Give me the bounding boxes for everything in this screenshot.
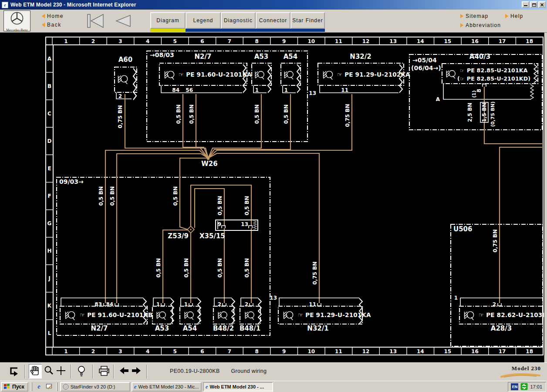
page-nav-arrows bbox=[85, 12, 138, 30]
sitemap-arrow-icon bbox=[460, 14, 463, 18]
svg-text:2,5 BN: 2,5 BN bbox=[467, 103, 473, 122]
svg-text:0,75 BN: 0,75 BN bbox=[117, 105, 123, 128]
component-label: N2/7 bbox=[195, 53, 212, 61]
component-n27-top[interactable]: N2/7 ☞ PE 91.60-U-2101KA 84 56 bbox=[159, 53, 252, 93]
quicklaunch-ie[interactable]: e bbox=[35, 382, 44, 391]
taskbar-item-starfinder[interactable]: StarFinder v3 20 (D:) bbox=[60, 382, 130, 392]
svg-text:15: 15 bbox=[444, 38, 452, 44]
wire-labels: 0,75 BN 0,5 BN 0,5 BN 0,5 BN 0,5 BN 0,75… bbox=[98, 101, 498, 285]
back-link[interactable]: Back bbox=[42, 22, 61, 28]
desktop-icon bbox=[46, 383, 53, 390]
zoom-tool-button[interactable] bbox=[44, 365, 54, 376]
grid-rulers: 1122334455667788991010111112121313141415… bbox=[46, 37, 543, 355]
svg-text:C: C bbox=[47, 111, 51, 117]
previous-page-button[interactable] bbox=[116, 15, 130, 27]
ground-icon bbox=[118, 75, 128, 84]
back-label: Back bbox=[47, 22, 61, 28]
component-n32-1[interactable]: 13 ☞ PE 91.29-U-2101KA N32/1 11 bbox=[270, 295, 371, 332]
svg-text:4: 4 bbox=[146, 348, 149, 355]
previous-diagram-button[interactable] bbox=[118, 365, 130, 376]
model-badge: Model 230 bbox=[500, 365, 541, 380]
svg-text:1,5 BN: 1,5 BN bbox=[481, 103, 487, 122]
sync-tray-icon[interactable] bbox=[520, 383, 528, 390]
ground-icon bbox=[185, 312, 193, 320]
header-toolbar: Mercedes-Benz Home Back Diagram Legend D… bbox=[0, 10, 547, 33]
first-page-button[interactable] bbox=[88, 14, 103, 27]
svg-text:0,5 BN: 0,5 BN bbox=[254, 105, 260, 124]
svg-text:15: 15 bbox=[444, 348, 452, 355]
separator bbox=[113, 365, 114, 378]
svg-text:0,5 BN: 0,5 BN bbox=[109, 186, 115, 206]
svg-text:0,5 BN: 0,5 BN bbox=[98, 186, 104, 206]
svg-text:16: 16 bbox=[471, 38, 479, 44]
document-code: PE00.19-U-2800KB bbox=[170, 368, 220, 374]
language-indicator[interactable]: EN bbox=[511, 383, 518, 390]
component-a54-top: A54 1 bbox=[281, 53, 301, 93]
mercedes-logo: Mercedes-Benz bbox=[3, 10, 30, 31]
continuation-zigzag bbox=[399, 64, 402, 93]
continuation-zigzag bbox=[143, 298, 146, 324]
svg-text:G: G bbox=[47, 220, 52, 226]
connector-x35-15[interactable]: X35/15 9 13 bbox=[199, 220, 258, 240]
ie-icon: e bbox=[37, 383, 41, 390]
ground-icon bbox=[465, 311, 474, 320]
pin-number: 56 bbox=[186, 87, 193, 93]
pan-tool-button[interactable] bbox=[29, 364, 42, 378]
close-button[interactable]: × bbox=[538, 1, 546, 8]
taskbar-item-webetm-2-active[interactable]: e Web ETM Model 230 - ... bbox=[203, 382, 273, 392]
crosshair-tool-button[interactable] bbox=[56, 365, 66, 376]
svg-text:10: 10 bbox=[307, 38, 315, 44]
pin-number: 2 bbox=[218, 301, 221, 308]
ground-icon bbox=[284, 311, 293, 320]
document-description: Ground wiring bbox=[231, 368, 267, 374]
abbreviation-link[interactable]: Abbreviation bbox=[460, 22, 501, 28]
pin-note: (1) bbox=[471, 91, 476, 98]
continuation-zigzag bbox=[243, 64, 246, 93]
start-label: Пуск bbox=[12, 384, 24, 390]
svg-text:10: 10 bbox=[307, 348, 315, 355]
next-diagram-button[interactable] bbox=[131, 365, 142, 376]
maximize-button[interactable] bbox=[530, 1, 537, 8]
component-n32-2[interactable]: N32/2 ☞ PE 91.29-U-2102KA 13 11 bbox=[309, 53, 410, 96]
component-label: A54 bbox=[183, 324, 197, 332]
svg-text:H: H bbox=[47, 248, 51, 254]
minimize-icon bbox=[524, 5, 527, 6]
start-button[interactable]: Пуск bbox=[1, 382, 28, 392]
taskbar-clock[interactable]: 17:01 bbox=[530, 384, 542, 389]
viewer-statusbar: PE00.19-U-2800KBGround wiring Model 230 bbox=[0, 362, 547, 381]
svg-text:18: 18 bbox=[526, 38, 533, 44]
splice-label: Z53/9 bbox=[168, 232, 189, 240]
tab-diagnostic[interactable]: Diagnostic bbox=[221, 12, 256, 29]
tab-diagram[interactable]: Diagram bbox=[150, 12, 186, 29]
sitemap-link[interactable]: Sitemap bbox=[460, 13, 488, 19]
minimize-button[interactable] bbox=[522, 1, 529, 8]
ground-icon bbox=[245, 312, 254, 320]
separator bbox=[71, 365, 71, 378]
taskbar-grip bbox=[31, 382, 32, 391]
svg-text:9: 9 bbox=[282, 348, 286, 355]
taskbar-item-webetm-1[interactable]: e Web ETM Model 230 - Mic... bbox=[132, 382, 202, 392]
component-a28-3[interactable]: 1 ☞ PE 82.62-U-2103KB A28/3 2 bbox=[454, 295, 547, 332]
tab-legend[interactable]: Legend bbox=[186, 12, 221, 29]
component-a40-3[interactable]: A40/3 ☞ PE 82.85-U-2101KA (☞ PE 82.85-U-… bbox=[436, 53, 538, 102]
tab-connector[interactable]: Connector bbox=[256, 12, 290, 29]
component-n27-bottom[interactable]: ☞ PE 91.60-U-2101KB N2/7 83 84 bbox=[60, 298, 153, 332]
continuation-zigzag bbox=[530, 84, 533, 99]
svg-text:14: 14 bbox=[417, 38, 424, 44]
continuation-zigzag bbox=[268, 64, 271, 93]
component-a60: A60 2 bbox=[115, 56, 137, 100]
home-link[interactable]: Home bbox=[42, 13, 64, 19]
pin-tick bbox=[250, 303, 253, 306]
svg-text:2: 2 bbox=[91, 38, 95, 44]
help-link[interactable]: Help bbox=[505, 13, 523, 19]
help-arrow-icon bbox=[505, 14, 508, 18]
pin-tick bbox=[161, 303, 165, 306]
tab-star-finder[interactable]: Star Finder bbox=[290, 12, 325, 29]
highlight-tool-button[interactable] bbox=[77, 365, 86, 377]
quicklaunch-desktop[interactable] bbox=[45, 382, 54, 391]
svg-text:0,75 BN: 0,75 BN bbox=[312, 262, 318, 285]
pin-tick bbox=[104, 303, 107, 306]
print-button[interactable] bbox=[98, 365, 111, 377]
home-arrow-icon bbox=[42, 14, 45, 18]
reset-view-button[interactable] bbox=[6, 365, 20, 378]
